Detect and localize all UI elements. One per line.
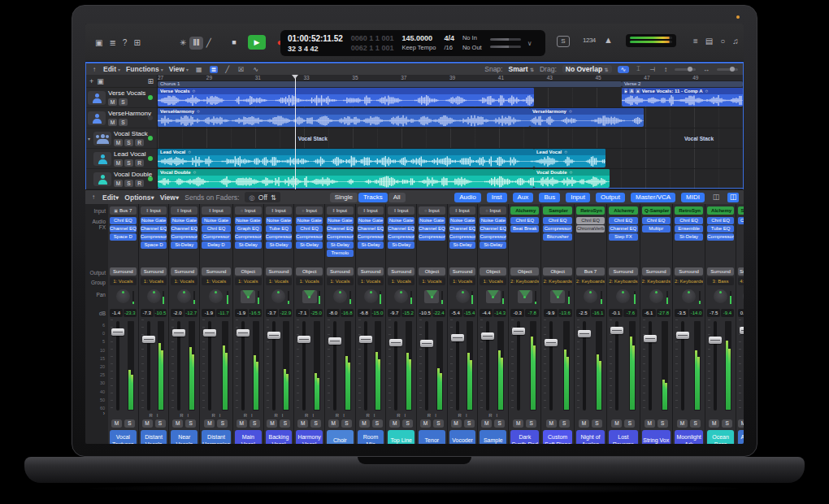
- pan-control[interactable]: [388, 287, 414, 308]
- solo-button[interactable]: S: [119, 98, 128, 106]
- fx-slot[interactable]: Chnl EQ: [642, 217, 671, 224]
- pan-knob[interactable]: [456, 289, 470, 303]
- strip-name[interactable]: Dark Synth Pad: [510, 430, 539, 444]
- region-verseharmony[interactable]: VerseHarmony○: [530, 108, 644, 127]
- input-slot[interactable]: ‖Input: [449, 206, 476, 215]
- fader-cap[interactable]: [709, 337, 722, 344]
- region-verse-vocals-11-comp-a[interactable]: ▸A∧Verse Vocals: 11 - Comp A○: [622, 88, 743, 106]
- mute-button[interactable]: M: [451, 419, 462, 428]
- input-slot[interactable]: ‖Input: [202, 206, 231, 215]
- input-monitor-indicator[interactable]: I: [435, 412, 436, 419]
- input-slot[interactable]: ‖Input: [358, 206, 384, 215]
- mixer-menu-options[interactable]: Options▾: [124, 193, 154, 202]
- lcd-display[interactable]: 01:00:52:11.52 32 3 4 42 0060 1 1 001 00…: [280, 30, 545, 56]
- output-slot[interactable]: Object: [235, 267, 262, 276]
- solo-button[interactable]: S: [124, 159, 133, 167]
- wide-strips-toggle[interactable]: ◫: [727, 193, 739, 202]
- group-slot[interactable]: 1: Vocals: [202, 277, 231, 285]
- input-slot[interactable]: ○Input: [480, 206, 506, 215]
- output-slot[interactable]: Object: [419, 267, 445, 276]
- solo-button[interactable]: S: [722, 419, 732, 428]
- mute-button[interactable]: M: [389, 419, 400, 428]
- filter-aux-button[interactable]: Aux: [513, 193, 534, 202]
- input-slot[interactable]: ‖Input: [141, 206, 167, 215]
- fx-slot[interactable]: Noise Gate: [235, 217, 262, 224]
- fx-slot[interactable]: Space D: [110, 233, 137, 241]
- quick-help-icon[interactable]: ?: [123, 37, 128, 50]
- fx-slot[interactable]: Noise Gate: [449, 217, 476, 224]
- horizontal-zoom-slider[interactable]: [717, 68, 738, 71]
- take-folder-icon[interactable]: A: [629, 89, 634, 93]
- filter-master-vca-button[interactable]: Master/VCA: [631, 193, 675, 202]
- fx-slot[interactable]: ChromaVerb: [576, 225, 605, 232]
- duplicate-track-button[interactable]: ▣: [97, 77, 104, 85]
- fader-cap[interactable]: [644, 335, 657, 342]
- solo-mode-button[interactable]: S: [557, 36, 570, 47]
- solo-button[interactable]: S: [119, 119, 128, 126]
- strip-name[interactable]: Vocal Textures: [110, 430, 137, 444]
- solo-button[interactable]: S: [217, 419, 228, 428]
- media-browser-icon[interactable]: ♫: [732, 37, 739, 46]
- fx-slot[interactable]: Noise Gate: [419, 217, 445, 224]
- strip-name[interactable]: Choir: [327, 430, 354, 444]
- output-slot[interactable]: Surround: [202, 267, 231, 276]
- pan-control[interactable]: [642, 287, 671, 308]
- fx-slot[interactable]: St-Delay: [266, 241, 293, 249]
- fx-slot[interactable]: Chnl EQ: [738, 217, 744, 224]
- mute-button[interactable]: M: [111, 419, 122, 428]
- input-monitor-indicator[interactable]: I: [188, 412, 189, 419]
- fx-slot[interactable]: Compressor: [358, 233, 384, 241]
- output-slot[interactable]: Surround: [449, 267, 476, 276]
- stop-button[interactable]: ■: [225, 35, 243, 50]
- fx-slot[interactable]: Compressor: [480, 233, 506, 241]
- filter-bus-button[interactable]: Bus: [539, 193, 560, 202]
- windows-icon[interactable]: ▣: [95, 37, 102, 50]
- mixer-icon[interactable]: ‖‖: [189, 37, 202, 50]
- strip-disclosure[interactable]: ›: [103, 411, 105, 416]
- solo-button[interactable]: S: [690, 419, 701, 428]
- solo-button[interactable]: S: [124, 180, 133, 187]
- solo-button[interactable]: S: [592, 419, 602, 428]
- fader-cap[interactable]: [142, 336, 155, 343]
- track-header-vocal-double[interactable]: Vocal DoubleMSR: [86, 169, 157, 189]
- group-slot[interactable]: 2: Keyboards: [675, 277, 703, 285]
- fx-slot[interactable]: Chnl EQ: [202, 225, 231, 232]
- input-monitor-indicator[interactable]: I: [157, 412, 158, 419]
- layers-icon[interactable]: ≣: [109, 37, 115, 50]
- pan-knob[interactable]: [177, 289, 191, 303]
- pan-knob[interactable]: [364, 289, 378, 303]
- strip-name[interactable]: Night of Avalon: [576, 430, 605, 444]
- fader-cap[interactable]: [740, 327, 744, 334]
- output-slot[interactable]: Surround: [609, 267, 637, 276]
- tracks-menu-functions[interactable]: Functions▾: [126, 65, 163, 73]
- solo-button[interactable]: S: [624, 419, 635, 428]
- fx-slot[interactable]: Tube EQ: [707, 225, 734, 232]
- input-slot[interactable]: Alchemy: [510, 206, 539, 215]
- record-indicator[interactable]: R: [274, 412, 277, 419]
- region-lead-vocal[interactable]: Lead Vocal○: [158, 149, 534, 167]
- pan-control[interactable]: [202, 287, 231, 308]
- mixer-menu-view[interactable]: View▾: [160, 193, 180, 202]
- record-indicator[interactable]: R: [336, 412, 339, 419]
- output-slot[interactable]: Object: [296, 267, 323, 276]
- pan-control[interactable]: [510, 287, 539, 308]
- group-slot[interactable]: 1: Vocals: [110, 277, 137, 285]
- fader-cap[interactable]: [512, 328, 525, 335]
- group-slot[interactable]: 2: Keyboards: [510, 277, 539, 285]
- mute-button[interactable]: M: [114, 159, 123, 167]
- fx-slot[interactable]: Channel EQ: [358, 225, 384, 232]
- solo-button[interactable]: S: [124, 419, 135, 428]
- group-slot[interactable]: 2: Keyboards: [543, 277, 571, 285]
- fader-cap[interactable]: [111, 328, 124, 336]
- input-slot[interactable]: ○Input: [235, 206, 262, 215]
- record-indicator[interactable]: R: [244, 412, 247, 419]
- input-slot[interactable]: Q-Sampler: [642, 206, 671, 215]
- take-folder-icon[interactable]: ▸: [624, 89, 628, 93]
- fx-slot[interactable]: Compressor: [141, 233, 167, 241]
- fx-slot[interactable]: Noise Gate: [141, 217, 167, 224]
- input-slot[interactable]: ‖Input: [327, 206, 354, 215]
- pan-knob[interactable]: [394, 289, 408, 303]
- group-slot[interactable]: 1: Vocals: [327, 277, 354, 285]
- browsers-icon[interactable]: ▤: [705, 37, 713, 46]
- vertical-zoom-slider[interactable]: [675, 68, 696, 71]
